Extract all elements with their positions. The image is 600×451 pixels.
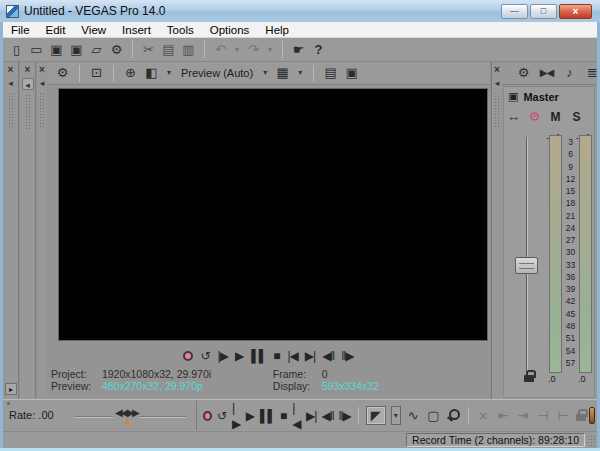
go-to-end-button[interactable]: ▶| [306, 408, 316, 424]
previous-frame-button[interactable]: ◀‖ [322, 348, 334, 364]
pause-button[interactable]: ▌▌ [251, 348, 266, 364]
copy-button[interactable]: ▤ [161, 40, 176, 60]
split-screen-view-button[interactable]: ◧ [144, 63, 159, 83]
next-frame-button[interactable]: ‖▶ [341, 348, 353, 364]
menu-tools[interactable]: Tools [159, 24, 202, 36]
expand-dock-button[interactable]: ▸ [5, 383, 17, 395]
zoom-edit-tool-button[interactable] [446, 408, 461, 423]
grip-handle[interactable] [8, 92, 14, 128]
collapse-icon[interactable]: ◂ [40, 78, 45, 88]
menu-insert[interactable]: Insert [114, 24, 159, 36]
meter-scale-label: 36 [566, 273, 575, 282]
mute-button[interactable]: M [548, 107, 563, 127]
video-output-fx-button[interactable]: ⊕ [123, 63, 138, 83]
go-to-start-button[interactable]: |◀ [292, 400, 301, 432]
resize-grip[interactable] [587, 435, 596, 446]
volume-fader-handle[interactable] [515, 257, 538, 274]
play-button[interactable]: ▶ [235, 348, 244, 364]
collapse-icon[interactable]: ◂ [8, 78, 13, 88]
close-icon[interactable]: × [8, 65, 14, 74]
menu-help[interactable]: Help [257, 24, 297, 36]
menu-view[interactable]: View [73, 24, 114, 36]
project-properties-button[interactable]: ⚙ [109, 40, 124, 60]
insert-audio-input-bus-button[interactable]: ♪ [562, 63, 577, 83]
project-video-properties-button[interactable]: ⚙ [55, 63, 70, 83]
close-icon[interactable]: × [25, 65, 31, 74]
play-from-start-button[interactable]: |▶ [218, 348, 228, 364]
redo-dropdown[interactable]: ▾ [266, 40, 274, 60]
meter-left [549, 135, 562, 373]
overlays-button[interactable]: ▦ [275, 63, 290, 83]
master-fx-button[interactable]: ⚙ [527, 107, 542, 127]
envelope-edit-tool-button[interactable]: ∿ [406, 406, 421, 426]
grip-handle[interactable] [39, 92, 45, 128]
insert-bus-button[interactable]: ▶◀ [539, 63, 554, 83]
trim-start-button[interactable]: ⇤ [496, 406, 511, 426]
volume-fader-track[interactable] [526, 137, 527, 373]
normal-edit-tool-button[interactable]: ◤ [366, 406, 386, 425]
menu-options[interactable]: Options [202, 24, 258, 36]
go-to-end-button[interactable]: ▶| [305, 348, 315, 364]
undo-dropdown[interactable]: ▾ [233, 40, 241, 60]
new-project-button[interactable]: ▯ [9, 40, 24, 60]
play-button[interactable]: ▶ [246, 408, 255, 424]
main-toolbar: ▯▭▣▣▱⚙✂▤▥↶▾↷▾☛? [3, 38, 597, 62]
grip-handle[interactable] [494, 92, 500, 128]
pane-nub [7, 402, 10, 405]
titlebar: Untitled - VEGAS Pro 14.0 — □ × [0, 0, 600, 22]
stop-button[interactable]: ■ [280, 408, 287, 424]
go-to-start-button[interactable]: |◀ [287, 348, 297, 364]
pause-button[interactable]: ▌▌ [260, 408, 275, 424]
preview-quality-dropdown[interactable]: ▾ [261, 63, 269, 83]
restore-channel-icon[interactable]: ▣ [508, 90, 518, 103]
normal-edit-tool-dropdown[interactable]: ▾ [391, 406, 401, 425]
marker-pen-icon[interactable] [589, 407, 595, 424]
save-button[interactable]: ▣ [49, 40, 64, 60]
redo-button[interactable]: ↷ [246, 40, 261, 60]
close-button[interactable]: × [559, 4, 592, 19]
next-frame-button[interactable]: ‖▶ [339, 408, 351, 424]
selection-edit-tool-button[interactable]: ▢ [426, 406, 441, 426]
interactive-tutorials-button[interactable]: ☛ [291, 40, 306, 60]
copy-snapshot-button[interactable]: ▤ [323, 63, 338, 83]
collapse-icon[interactable]: ◂ [22, 78, 34, 90]
rate-marker[interactable]: ▲ [123, 415, 133, 426]
stop-button[interactable]: ■ [273, 348, 280, 364]
cut-button[interactable]: ✂ [141, 40, 156, 60]
minimize-button[interactable]: — [501, 4, 528, 19]
import-media-button[interactable]: ▱ [89, 40, 104, 60]
grip-handle[interactable] [25, 94, 31, 130]
menu-file[interactable]: File [3, 24, 38, 36]
loop-playback-button[interactable]: ↺ [200, 348, 210, 364]
save-snapshot-button[interactable]: ▣ [344, 63, 359, 83]
external-monitor-button[interactable]: ⊡ [89, 63, 104, 83]
loop-playback-button[interactable]: ↺ [217, 408, 227, 424]
maximize-button[interactable]: □ [530, 4, 557, 19]
record-button[interactable] [183, 351, 193, 361]
lock-fader-icon[interactable] [524, 370, 535, 383]
preview-quality-button[interactable]: Preview (Auto) [179, 63, 255, 83]
undo-button[interactable]: ↶ [213, 40, 228, 60]
split-screen-dropdown[interactable]: ▾ [165, 63, 173, 83]
insert-fx-button[interactable]: ≣ [585, 63, 600, 83]
meter-scale: 36912151821242730333639424548515457 [562, 138, 579, 368]
close-icon[interactable]: × [494, 65, 500, 74]
close-icon[interactable]: × [39, 65, 45, 74]
open-button[interactable]: ▭ [29, 40, 44, 60]
play-from-start-button[interactable]: |▶ [232, 400, 241, 432]
previous-frame-button[interactable]: ◀‖ [321, 408, 333, 424]
trim-end-button[interactable]: ⇥ [516, 406, 531, 426]
menu-edit[interactable]: Edit [38, 24, 74, 36]
record-button[interactable] [203, 411, 212, 421]
trim-adjacent-left-button[interactable]: ⊣ [536, 406, 551, 426]
paste-button[interactable]: ▥ [181, 40, 196, 60]
save-as-button[interactable]: ▣ [69, 40, 84, 60]
trim-adjacent-right-button[interactable]: ⊢ [556, 406, 571, 426]
whats-this-help-button[interactable]: ? [311, 40, 326, 60]
collapse-icon[interactable]: ◂ [495, 78, 500, 88]
mixer-properties-button[interactable]: ⚙ [516, 63, 531, 83]
overlays-dropdown[interactable]: ▾ [296, 63, 304, 83]
delete-button[interactable]: × [476, 406, 491, 426]
solo-button[interactable]: S [569, 107, 584, 127]
downmix-output-button[interactable]: ↔ [506, 107, 521, 127]
